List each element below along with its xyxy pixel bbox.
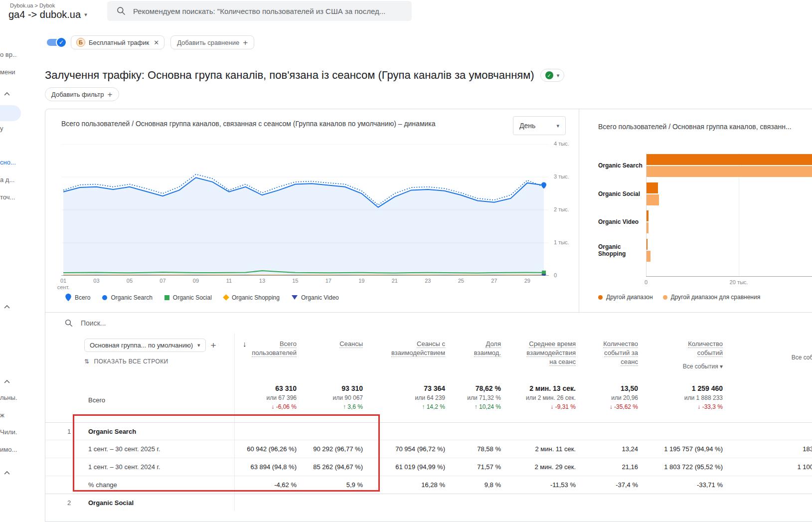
sidebar-item[interactable]: о вр... bbox=[0, 51, 17, 58]
x-axis-label: 23 bbox=[417, 278, 439, 284]
table-search-input[interactable]: Поиск... bbox=[45, 313, 812, 334]
column-header[interactable]: К...Все собы... bbox=[726, 334, 812, 378]
totals-row: Всего 63 310или 67 396↓ -6,06 %93 310или… bbox=[45, 378, 812, 422]
x-axis-label: 29 bbox=[516, 278, 538, 284]
search-icon bbox=[116, 6, 126, 16]
x-axis-label: 21 bbox=[384, 278, 406, 284]
table-search-placeholder: Поиск... bbox=[81, 319, 106, 327]
x-axis-label: 19 bbox=[350, 278, 372, 284]
chevron-down-icon: ▾ bbox=[84, 11, 87, 18]
legend-item[interactable]: Всего bbox=[65, 294, 90, 301]
x-axis-label: 09 bbox=[185, 278, 207, 284]
show-all-rows-button[interactable]: ⇅ ПОКАЗАТЬ ВСЕ СТРОКИ bbox=[84, 358, 234, 365]
add-dimension-button[interactable]: + bbox=[211, 340, 216, 351]
bar-legend: Другой диапазонДругой диапазон для сравн… bbox=[598, 294, 760, 301]
sidebar-item[interactable]: льны... bbox=[0, 394, 17, 401]
column-header[interactable]: Долявзаимод. bbox=[448, 334, 504, 378]
sidebar-item[interactable]: Чили... bbox=[0, 428, 17, 436]
breadcrumb[interactable]: Dybok.ua > Dybok bbox=[10, 2, 55, 8]
metric-cell: -33,71 % bbox=[641, 476, 726, 494]
metric-cell: 60 942 (96,26 %) bbox=[235, 440, 300, 458]
bar[interactable] bbox=[647, 210, 649, 221]
trend-legend: ВсегоOrganic SearchOrganic SocialOrganic… bbox=[65, 294, 339, 301]
column-header[interactable]: Сеансы свзаимодействием bbox=[366, 334, 448, 378]
trend-line-chart[interactable] bbox=[61, 144, 549, 276]
totals-metric-cell: 93 310или 90 067↑ 3,6 % bbox=[300, 378, 366, 422]
column-header[interactable]: Сеансы bbox=[300, 334, 366, 378]
bar-x-tick: 0 bbox=[645, 279, 648, 285]
sidebar-item[interactable]: у bbox=[0, 125, 17, 132]
sidebar-item[interactable]: а д... bbox=[0, 176, 17, 183]
totals-label: Всего bbox=[45, 378, 235, 422]
column-subfilter[interactable]: Все собы... bbox=[726, 353, 812, 362]
totals-metric-cell: 63 310или 67 396↓ -6,06 % bbox=[235, 378, 300, 422]
channel-group-row[interactable]: 2Organic Social bbox=[45, 494, 812, 511]
legend-item[interactable]: Organic Social bbox=[164, 294, 212, 301]
totals-metric-cell: 78,62 %или 71,32 %↑ 10,24 % bbox=[448, 378, 504, 422]
column-header[interactable]: Среднее времявзаимодействияна сеанс bbox=[504, 334, 579, 378]
bar[interactable] bbox=[647, 251, 650, 262]
chevron-up-icon[interactable] bbox=[4, 376, 10, 385]
sidebar-item[interactable]: ж bbox=[0, 411, 17, 419]
dimension-value: Основная группа... по умолчанию) bbox=[90, 342, 193, 349]
column-subfilter[interactable]: Все события ▾ bbox=[641, 362, 723, 371]
dimension-header-cell: Основная группа... по умолчанию) ▾ + ⇅ П… bbox=[45, 334, 235, 378]
bar[interactable] bbox=[647, 194, 659, 205]
x-axis-label: 25 bbox=[450, 278, 472, 284]
metric-cell: 71,57 % bbox=[448, 458, 504, 476]
top-bar: Dybok.ua > Dybok ga4 -> dubok.ua ▾ Реком… bbox=[0, 0, 812, 25]
percent-change-row: % change-4,62 %5,9 %16,28 %9,8 %-11,53 %… bbox=[45, 476, 812, 494]
close-icon[interactable]: ✕ bbox=[154, 39, 159, 46]
page-title: Залучення трафіку: Основна група каналів… bbox=[45, 69, 534, 82]
metric-cell: 78,58 % bbox=[448, 440, 504, 458]
y-axis-label: 3 тыс. bbox=[554, 174, 569, 179]
bar-category-label: Organic Video bbox=[598, 218, 646, 225]
granularity-value: День bbox=[519, 122, 552, 130]
metric-cell: 63 894 (94,8 %) bbox=[235, 458, 300, 476]
totals-metric-cell: 13,50или 20,96↓ -35,62 % bbox=[579, 378, 641, 422]
legend-item[interactable]: Другой диапазон для сравнения bbox=[663, 294, 761, 301]
comparison-toggle[interactable]: ✓ bbox=[47, 39, 65, 46]
y-axis-label: 4 тыс. bbox=[554, 141, 569, 147]
bar[interactable] bbox=[647, 239, 648, 250]
report-table-section: Поиск... Основная группа... по умолчанию… bbox=[45, 312, 812, 511]
search-input[interactable]: Рекомендуем поискать: "Количество пользо… bbox=[107, 1, 412, 21]
column-header[interactable]: КоличествособытийВсе события ▾ bbox=[641, 334, 726, 378]
bar[interactable] bbox=[647, 154, 812, 165]
bar[interactable] bbox=[647, 222, 649, 233]
metric-cell: 2 мин. 29 сек. bbox=[504, 458, 579, 476]
add-comparison-button[interactable]: Добавить сравнение + bbox=[170, 35, 254, 49]
chevron-up-icon[interactable] bbox=[4, 89, 10, 98]
chevron-up-icon[interactable] bbox=[4, 468, 10, 477]
sidebar-item[interactable]: точ... bbox=[0, 193, 17, 201]
sidebar-item[interactable]: мени bbox=[0, 68, 17, 76]
chevron-down-icon: ▾ bbox=[557, 72, 560, 79]
column-header[interactable]: Количествособытий засеанс bbox=[579, 334, 641, 378]
sidebar-item[interactable]: имо... bbox=[0, 446, 17, 453]
bar[interactable] bbox=[647, 166, 812, 177]
chevron-up-icon[interactable] bbox=[4, 302, 10, 311]
metric-cell: 21,16 bbox=[579, 458, 641, 476]
sidebar-item-active[interactable]: сно... bbox=[0, 159, 17, 166]
report-status-dropdown[interactable]: ✓ ▾ bbox=[540, 69, 565, 82]
column-header[interactable]: ↓Всегопользователей bbox=[235, 334, 300, 378]
metric-cell: 85 262 (94,67 %) bbox=[300, 458, 366, 476]
legend-item[interactable]: Другой диапазон bbox=[598, 294, 653, 301]
sidebar-active-pill[interactable] bbox=[0, 105, 21, 121]
free-traffic-chip[interactable]: Б Бесплатный трафик ✕ bbox=[71, 35, 164, 49]
legend-item[interactable]: Organic Video bbox=[292, 294, 339, 301]
channel-group-row[interactable]: 1Organic Search bbox=[45, 422, 812, 440]
bar-chart-section: Всего пользователей / Основная группа ка… bbox=[579, 109, 812, 312]
metric-cell: -4,62 % bbox=[235, 476, 300, 494]
bar-chart-title: Всего пользователей / Основная группа ка… bbox=[598, 123, 812, 131]
totals-metric-cell: 1 259 460или 1 888 233↓ -33,3 % bbox=[641, 378, 726, 422]
legend-item[interactable]: Organic Search bbox=[102, 294, 152, 301]
bar[interactable] bbox=[647, 182, 658, 193]
granularity-dropdown[interactable]: День ▾ bbox=[513, 116, 566, 135]
dimension-dropdown[interactable]: Основная группа... по умолчанию) ▾ bbox=[84, 339, 206, 352]
legend-item[interactable]: Organic Shopping bbox=[224, 294, 280, 301]
add-filter-button[interactable]: Добавить фильтр + bbox=[45, 87, 119, 101]
add-filter-label: Добавить фильтр bbox=[51, 91, 104, 98]
property-switcher[interactable]: ga4 -> dubok.ua ▾ bbox=[8, 9, 87, 20]
metric-cell: 16,28 % bbox=[366, 476, 448, 494]
